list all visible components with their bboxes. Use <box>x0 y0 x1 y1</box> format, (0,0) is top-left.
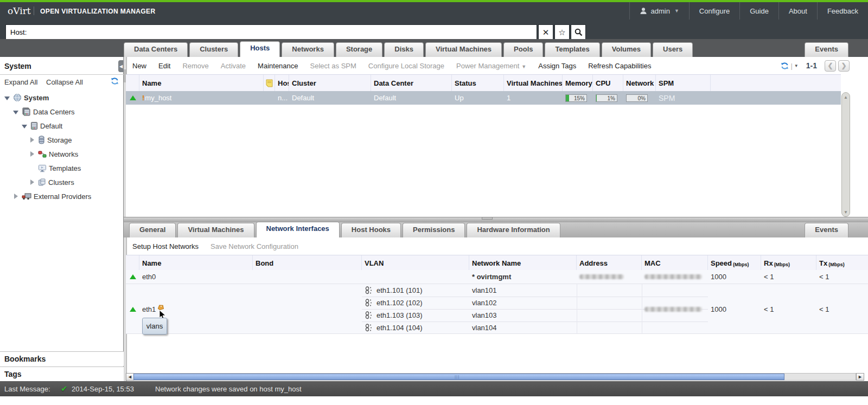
last-message-text[interactable]: Network changes were saved on host my_ho… <box>155 385 302 393</box>
configure-local-storage-button[interactable]: Configure Local Storage <box>368 62 444 70</box>
expander[interactable] <box>21 122 28 130</box>
refresh-capabilities-button[interactable]: Refresh Capabilities <box>588 62 651 70</box>
host-row-my-host[interactable]: !my_host n... Default Default Up 1 15% 1… <box>126 91 841 105</box>
nic-row-eth0[interactable]: eth0 * ovirtmgmt 1000 < 1 < 1 <box>126 270 868 284</box>
hosts-vertical-scrollbar[interactable]: ▲ ▼ <box>841 92 850 217</box>
tab-users[interactable]: Users <box>653 42 693 57</box>
tab-volumes[interactable]: Volumes <box>602 42 651 57</box>
tree-item-data-centers[interactable]: Data Centers <box>0 105 124 119</box>
col-name[interactable]: Name <box>139 75 264 92</box>
tab-disks[interactable]: Disks <box>384 42 424 57</box>
tree-item-default[interactable]: Default <box>0 119 124 133</box>
tab-virtual-machines[interactable]: Virtual Machines <box>425 42 502 57</box>
col-host[interactable]: Host <box>275 75 289 92</box>
horizontal-splitter-handle[interactable] <box>482 217 493 220</box>
subtab-virtual-machines[interactable]: Virtual Machines <box>177 223 254 237</box>
bookmarks-section-header[interactable]: Bookmarks <box>0 351 124 366</box>
scroll-left-arrow[interactable]: ◄ <box>126 373 134 381</box>
collapse-all-link[interactable]: Collapse All <box>46 78 83 86</box>
tab-pools[interactable]: Pools <box>503 42 543 57</box>
tree-item-networks[interactable]: Networks <box>0 147 124 161</box>
tab-templates[interactable]: Templates <box>545 42 599 57</box>
col-status[interactable]: Status <box>452 75 504 92</box>
edit-button[interactable]: Edit <box>158 62 170 70</box>
subtab-host-hooks[interactable]: Host Hooks <box>341 223 401 237</box>
activate-button[interactable]: Activate <box>221 62 246 70</box>
col-tx[interactable]: Tx(Mbps) <box>816 255 868 271</box>
tab-networks[interactable]: Networks <box>282 42 334 57</box>
bookmark-search-button[interactable]: ☆ <box>554 24 570 40</box>
col-speed[interactable]: Speed(Mbps) <box>708 255 761 271</box>
col-cluster[interactable]: Cluster <box>289 75 371 92</box>
prev-page-button[interactable]: ❮ <box>825 60 836 72</box>
power-management-menu-button[interactable]: Power Management▼ <box>456 62 526 70</box>
col-network[interactable]: Network <box>623 75 656 92</box>
row-expander[interactable] <box>126 303 139 316</box>
tree-refresh-button[interactable] <box>111 77 119 87</box>
col-vlan[interactable]: VLAN <box>362 255 469 271</box>
new-button[interactable]: New <box>132 62 146 70</box>
col-network-name[interactable]: Network Name <box>469 255 577 271</box>
remove-button[interactable]: Remove <box>182 62 208 70</box>
save-network-configuration-button[interactable]: Save Network Configuration <box>210 242 298 250</box>
setup-host-networks-button[interactable]: Setup Host Networks <box>132 242 199 250</box>
col-name[interactable]: Name <box>139 255 253 271</box>
subtab-hardware-information[interactable]: Hardware Information <box>467 223 560 237</box>
tree-item-templates[interactable]: Templates <box>0 161 124 175</box>
col-note[interactable] <box>264 75 275 92</box>
user-menu-button[interactable]: admin ▼ <box>629 2 689 20</box>
assign-tags-button[interactable]: Assign Tags <box>538 62 576 70</box>
scroll-up-arrow[interactable]: ▲ <box>842 93 850 101</box>
tab-storage[interactable]: Storage <box>336 42 382 57</box>
expander[interactable] <box>3 94 11 102</box>
cell-tx: < 1 <box>816 270 868 284</box>
tab-clusters[interactable]: Clusters <box>189 42 238 57</box>
col-bond[interactable]: Bond <box>253 255 362 271</box>
scroll-down-arrow[interactable]: ▼ <box>842 208 850 216</box>
tags-section-header[interactable]: Tags <box>0 367 124 381</box>
col-spm[interactable]: SPM <box>656 75 711 92</box>
feedback-button[interactable]: Feedback <box>817 2 868 20</box>
subtab-network-interfaces[interactable]: Network Interfaces <box>256 222 340 237</box>
tab-events[interactable]: Events <box>805 42 848 57</box>
about-button[interactable]: About <box>778 2 817 20</box>
expander[interactable] <box>28 178 36 187</box>
tree-item-clusters[interactable]: Clusters <box>0 175 124 189</box>
subtab-events[interactable]: Events <box>805 223 848 237</box>
scroll-right-arrow[interactable]: ► <box>856 373 864 381</box>
expander[interactable] <box>28 150 36 158</box>
col-virtual-machines[interactable]: Virtual Machines <box>504 75 563 92</box>
next-page-button[interactable]: ❯ <box>838 60 850 72</box>
row-expander[interactable] <box>126 270 139 284</box>
search-button[interactable] <box>571 24 586 40</box>
divider <box>0 74 124 75</box>
clear-search-button[interactable]: ✕ <box>538 24 553 40</box>
nic-row-eth1-group[interactable]: eth1 eth1.101 (101) vlan101 eth1.102 (10… <box>126 284 868 334</box>
col-address[interactable]: Address <box>577 255 642 271</box>
col-cpu[interactable]: CPU <box>593 75 623 92</box>
col-mac[interactable]: MAC <box>642 255 708 271</box>
guide-button[interactable]: Guide <box>739 2 778 20</box>
expander[interactable] <box>12 108 20 116</box>
grid-refresh-button[interactable]: | ▼ <box>781 62 798 70</box>
search-input[interactable] <box>6 25 537 40</box>
expander[interactable] <box>28 136 36 144</box>
tree-item-storage[interactable]: Storage <box>0 133 124 147</box>
select-as-spm-button[interactable]: Select as SPM <box>310 62 356 70</box>
col-data-center[interactable]: Data Center <box>371 75 452 92</box>
row-expander[interactable] <box>126 91 139 105</box>
main-tab-bar: Data Centers Clusters Hosts Networks Sto… <box>0 39 868 57</box>
tab-hosts[interactable]: Hosts <box>240 41 280 57</box>
expand-all-link[interactable]: Expand All <box>4 78 37 86</box>
col-rx[interactable]: Rx(Mbps) <box>761 255 816 271</box>
subtab-permissions[interactable]: Permissions <box>403 223 465 237</box>
tree-item-external-providers[interactable]: External Providers <box>0 189 124 203</box>
tree-item-system[interactable]: System <box>0 91 124 105</box>
tab-data-centers[interactable]: Data Centers <box>124 42 188 57</box>
sidebar-collapse-handle[interactable]: ◀ <box>118 60 124 72</box>
col-memory[interactable]: Memory <box>563 75 593 92</box>
expander[interactable] <box>12 192 20 201</box>
maintenance-button[interactable]: Maintenance <box>258 62 298 70</box>
configure-button[interactable]: Configure <box>689 2 739 20</box>
subtab-general[interactable]: General <box>129 223 176 237</box>
